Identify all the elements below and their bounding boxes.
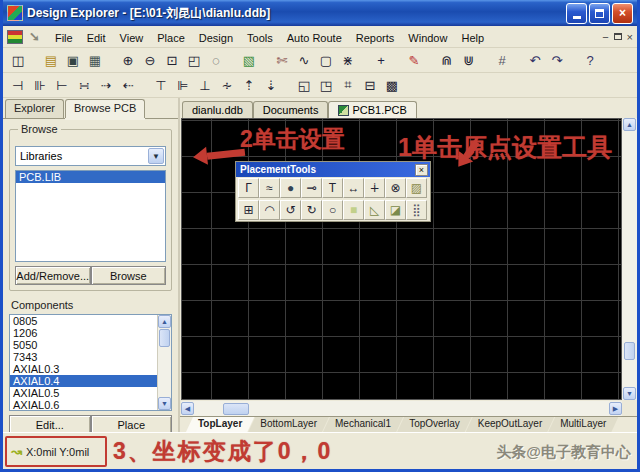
zoom-in-icon[interactable]: ⊕ [117,50,139,71]
knife-icon[interactable]: ✄ [271,50,293,71]
component-list-item[interactable]: 1206 [10,327,157,339]
chevron-down-icon[interactable]: ▼ [148,148,164,164]
mdi-close-button[interactable]: × [627,32,633,42]
align-top-icon[interactable]: ⊤ [150,75,172,96]
component-list-item[interactable]: 0805 [10,315,157,327]
layer-tab[interactable]: MultiLayer [548,417,618,432]
cross-probe-icon[interactable]: ⋇ [337,50,359,71]
place-fill-hatch-icon[interactable]: ▨ [406,178,427,198]
mdi-restore-button[interactable] [614,33,622,40]
save-icon[interactable]: ▣ [62,50,84,71]
horizontal-scrollbar[interactable]: ◀ ▶ [181,401,622,416]
decrease-horizontal-spacing-icon[interactable]: ⇠ [117,75,139,96]
open-document-icon[interactable]: ▤ [40,50,62,71]
place-pad-icon[interactable]: ⊸ [301,178,322,198]
scroll-thumb[interactable] [159,329,170,347]
library-update-icon[interactable]: ⋓ [458,50,480,71]
menu-item[interactable]: File [48,30,80,46]
place-string-icon[interactable]: T [322,178,343,198]
redo-icon[interactable]: ↷ [546,50,568,71]
palette-close-icon[interactable]: × [415,164,428,176]
arc-edge-icon[interactable]: ◠ [259,200,280,220]
document-tab[interactable]: dianlu.ddb [182,101,253,118]
align-bottom-icon[interactable]: ⊥ [194,75,216,96]
polygon-plane-icon[interactable]: ◺ [364,200,385,220]
scroll-up-icon[interactable]: ▲ [158,315,171,328]
add-remove-button[interactable]: Add/Remove... [15,266,91,285]
zoom-out-icon[interactable]: ⊖ [139,50,161,71]
vertical-scrollbar[interactable]: ▲ ▼ [622,118,637,400]
layer-tab[interactable]: Mechanical1 [323,417,403,432]
menu-item[interactable]: Window [401,30,454,46]
increase-horizontal-spacing-icon[interactable]: ⇢ [95,75,117,96]
layer-tab[interactable]: KeepOutLayer [466,417,555,432]
menu-item[interactable]: Place [150,30,192,46]
layer-tab[interactable]: TopLayer [186,417,254,432]
grid-icon[interactable]: # [491,50,513,71]
space-components-icon[interactable]: ⊟ [359,75,381,96]
place-via-icon[interactable]: ● [280,178,301,198]
align-right-icon[interactable]: ⊢ [51,75,73,96]
print-icon[interactable]: ▦ [84,50,106,71]
layer-tab[interactable]: TopOverlay [397,417,472,432]
scroll-thumb[interactable] [223,403,249,415]
library-components-icon[interactable]: ⋒ [436,50,458,71]
mdi-minimize-button[interactable]: − [602,32,608,42]
equal-horizontal-spacing-icon[interactable]: ∺ [73,75,95,96]
menu-item[interactable]: Edit [80,30,113,46]
scroll-right-icon[interactable]: ▶ [609,402,622,415]
menu-item[interactable]: Reports [349,30,402,46]
center-vertical-icon[interactable]: ⊫ [172,75,194,96]
place-dimension-icon[interactable]: ↔ [343,178,364,198]
document-tab[interactable]: Documents [253,101,329,118]
sidebar-tab[interactable]: Explorer [5,99,64,118]
selection-icon[interactable]: ▢ [315,50,337,71]
palette-title-bar[interactable]: PlacementTools × [236,162,430,177]
set-origin-icon[interactable]: ⊗ [385,178,406,198]
scroll-up-icon[interactable]: ▲ [623,118,636,131]
place-coordinate-icon[interactable]: ∔ [364,178,385,198]
curve-icon[interactable]: ∿ [293,50,315,71]
component-list-item[interactable]: 7343 [10,351,157,363]
move-icon[interactable]: + [370,50,392,71]
place-fill-icon[interactable]: ■ [343,200,364,220]
menu-item[interactable]: Help [454,30,491,46]
zoom-document-icon[interactable]: ◰ [183,50,205,71]
browse-library-icon[interactable]: ▧ [238,50,260,71]
arc-center-icon[interactable]: ↺ [280,200,301,220]
align-left-icon[interactable]: ⊣ [7,75,29,96]
paste-array-icon[interactable]: ⊞ [238,200,259,220]
arrange-outside-room-icon[interactable]: ◳ [315,75,337,96]
pad-array-icon[interactable]: ⣿ [406,200,427,220]
increase-vertical-spacing-icon[interactable]: ⇡ [238,75,260,96]
full-circle-icon[interactable]: ○ [322,200,343,220]
close-button[interactable]: × [612,3,633,24]
zoom-point-icon[interactable]: ◌ [205,50,227,71]
split-plane-icon[interactable]: ◪ [385,200,406,220]
minimize-button[interactable] [566,3,587,24]
library-list-item[interactable]: PCB.LIB [16,171,165,183]
equal-vertical-spacing-icon[interactable]: ∻ [216,75,238,96]
document-tab[interactable]: PCB1.PCB [328,101,416,118]
components-scrollbar[interactable]: ▲ ▼ [157,315,171,410]
component-list-item[interactable]: AXIAL0.6 [10,399,157,411]
undo-icon[interactable]: ↶ [524,50,546,71]
nav-arrow-icon[interactable]: ➘ [29,29,40,44]
layer-tab[interactable]: BottomLayer [248,417,329,432]
browse-button[interactable]: Browse [91,266,167,285]
design-manager-icon[interactable]: ◫ [7,50,29,71]
placement-array-icon[interactable]: ▩ [381,75,403,96]
component-list-item[interactable]: AXIAL0.3 [10,363,157,375]
component-list-item[interactable]: AXIAL0.4 [10,375,157,387]
arc-angle-icon[interactable]: ↻ [301,200,322,220]
center-horizontal-icon[interactable]: ⊪ [29,75,51,96]
menu-item[interactable]: Auto Route [280,30,349,46]
highlight-pen-icon[interactable]: ✎ [403,50,425,71]
align-to-grid-icon[interactable]: ⌗ [337,75,359,96]
place-track-icon[interactable]: Γ [238,178,259,198]
component-list-item[interactable]: 5050 [10,339,157,351]
decrease-vertical-spacing-icon[interactable]: ⇣ [260,75,282,96]
scroll-down-icon[interactable]: ▼ [158,397,171,410]
menu-item[interactable]: Tools [240,30,280,46]
help-icon[interactable]: ? [579,50,601,71]
